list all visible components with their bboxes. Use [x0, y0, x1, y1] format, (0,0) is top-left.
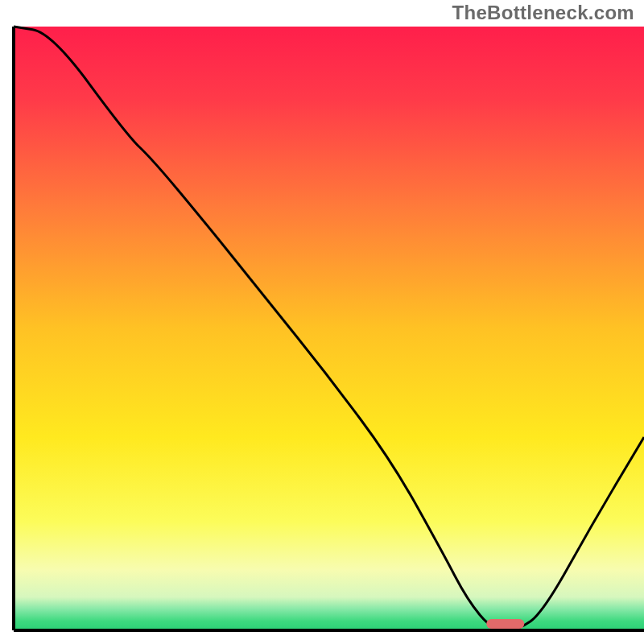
watermark-text: TheBottleneck.com [452, 2, 634, 24]
gradient-background [14, 27, 644, 630]
bottleneck-chart [0, 0, 644, 644]
chart-frame: TheBottleneck.com [0, 0, 644, 644]
optimal-marker [486, 619, 524, 629]
